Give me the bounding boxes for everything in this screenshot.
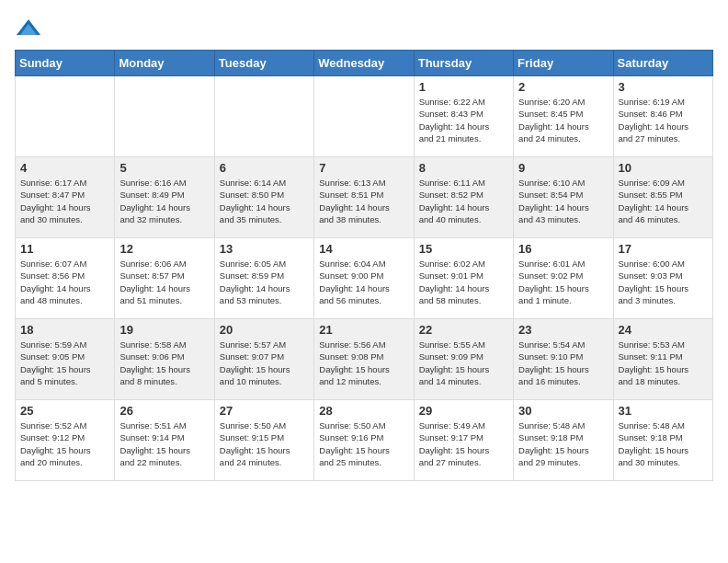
calendar-cell	[314, 76, 414, 157]
day-info: Sunrise: 6:16 AM Sunset: 8:49 PM Dayligh…	[119, 177, 209, 225]
day-info: Sunrise: 5:48 AM Sunset: 9:18 PM Dayligh…	[619, 419, 708, 468]
calendar-week-row: 18Sunrise: 5:59 AM Sunset: 9:05 PM Dayli…	[16, 319, 713, 400]
weekday-header-monday: Monday	[115, 51, 214, 76]
logo-icon	[15, 15, 42, 42]
weekday-header-saturday: Saturday	[613, 51, 712, 76]
day-number: 27	[220, 404, 309, 418]
day-info: Sunrise: 6:20 AM Sunset: 8:45 PM Dayligh…	[518, 96, 608, 144]
calendar-week-row: 25Sunrise: 5:52 AM Sunset: 9:12 PM Dayli…	[16, 400, 713, 481]
day-info: Sunrise: 6:05 AM Sunset: 8:59 PM Dayligh…	[220, 258, 309, 306]
calendar-cell: 27Sunrise: 5:50 AM Sunset: 9:15 PM Dayli…	[214, 400, 313, 481]
day-number: 3	[619, 80, 708, 94]
day-number: 13	[220, 242, 309, 256]
day-number: 15	[419, 242, 508, 256]
day-number: 9	[518, 161, 608, 175]
calendar-cell: 28Sunrise: 5:50 AM Sunset: 9:16 PM Dayli…	[314, 400, 414, 481]
calendar-cell: 14Sunrise: 6:04 AM Sunset: 9:00 PM Dayli…	[314, 238, 414, 319]
calendar-cell	[115, 76, 214, 157]
day-info: Sunrise: 6:14 AM Sunset: 8:50 PM Dayligh…	[220, 177, 309, 225]
calendar-cell: 8Sunrise: 6:11 AM Sunset: 8:52 PM Daylig…	[414, 157, 513, 238]
weekday-header-friday: Friday	[514, 51, 613, 76]
calendar-cell: 30Sunrise: 5:48 AM Sunset: 9:18 PM Dayli…	[514, 400, 613, 481]
day-number: 8	[419, 161, 508, 175]
day-info: Sunrise: 5:48 AM Sunset: 9:18 PM Dayligh…	[518, 419, 608, 468]
day-info: Sunrise: 6:19 AM Sunset: 8:46 PM Dayligh…	[619, 96, 708, 144]
day-info: Sunrise: 5:57 AM Sunset: 9:07 PM Dayligh…	[220, 339, 309, 387]
calendar-cell: 19Sunrise: 5:58 AM Sunset: 9:06 PM Dayli…	[115, 319, 214, 400]
calendar-week-row: 4Sunrise: 6:17 AM Sunset: 8:47 PM Daylig…	[16, 157, 713, 238]
calendar-table: SundayMondayTuesdayWednesdayThursdayFrid…	[15, 50, 713, 481]
calendar-cell: 4Sunrise: 6:17 AM Sunset: 8:47 PM Daylig…	[16, 157, 115, 238]
day-info: Sunrise: 6:06 AM Sunset: 8:57 PM Dayligh…	[119, 258, 209, 306]
day-number: 14	[319, 242, 408, 256]
day-number: 23	[518, 323, 608, 337]
day-info: Sunrise: 5:56 AM Sunset: 9:08 PM Dayligh…	[319, 339, 408, 387]
day-number: 5	[119, 161, 209, 175]
day-info: Sunrise: 5:59 AM Sunset: 9:05 PM Dayligh…	[20, 339, 109, 387]
day-info: Sunrise: 5:53 AM Sunset: 9:11 PM Dayligh…	[619, 339, 708, 387]
day-number: 24	[619, 323, 708, 337]
day-number: 12	[119, 242, 209, 256]
day-number: 6	[220, 161, 309, 175]
calendar-cell: 16Sunrise: 6:01 AM Sunset: 9:02 PM Dayli…	[514, 238, 613, 319]
calendar-cell: 2Sunrise: 6:20 AM Sunset: 8:45 PM Daylig…	[514, 76, 613, 157]
day-number: 19	[119, 323, 209, 337]
day-info: Sunrise: 5:55 AM Sunset: 9:09 PM Dayligh…	[419, 339, 508, 387]
day-number: 1	[419, 80, 508, 94]
day-number: 7	[319, 161, 408, 175]
weekday-header-wednesday: Wednesday	[314, 51, 414, 76]
weekday-header-row: SundayMondayTuesdayWednesdayThursdayFrid…	[16, 51, 713, 76]
calendar-cell	[214, 76, 313, 157]
calendar-cell: 21Sunrise: 5:56 AM Sunset: 9:08 PM Dayli…	[314, 319, 414, 400]
logo	[15, 15, 46, 42]
calendar-cell: 6Sunrise: 6:14 AM Sunset: 8:50 PM Daylig…	[214, 157, 313, 238]
calendar-cell: 25Sunrise: 5:52 AM Sunset: 9:12 PM Dayli…	[16, 400, 115, 481]
day-info: Sunrise: 6:09 AM Sunset: 8:55 PM Dayligh…	[619, 177, 708, 225]
day-number: 26	[119, 404, 209, 418]
day-info: Sunrise: 5:50 AM Sunset: 9:15 PM Dayligh…	[220, 419, 309, 468]
calendar-cell: 7Sunrise: 6:13 AM Sunset: 8:51 PM Daylig…	[314, 157, 414, 238]
day-number: 31	[619, 404, 708, 418]
day-info: Sunrise: 5:58 AM Sunset: 9:06 PM Dayligh…	[119, 339, 209, 387]
calendar-week-row: 11Sunrise: 6:07 AM Sunset: 8:56 PM Dayli…	[16, 238, 713, 319]
day-number: 10	[619, 161, 708, 175]
day-number: 4	[20, 161, 109, 175]
calendar-cell: 24Sunrise: 5:53 AM Sunset: 9:11 PM Dayli…	[613, 319, 712, 400]
day-info: Sunrise: 6:13 AM Sunset: 8:51 PM Dayligh…	[319, 177, 408, 225]
weekday-header-sunday: Sunday	[16, 51, 115, 76]
calendar-cell: 22Sunrise: 5:55 AM Sunset: 9:09 PM Dayli…	[414, 319, 513, 400]
day-number: 2	[518, 80, 608, 94]
calendar-cell: 10Sunrise: 6:09 AM Sunset: 8:55 PM Dayli…	[613, 157, 712, 238]
day-number: 21	[319, 323, 408, 337]
calendar-cell: 18Sunrise: 5:59 AM Sunset: 9:05 PM Dayli…	[16, 319, 115, 400]
day-info: Sunrise: 5:50 AM Sunset: 9:16 PM Dayligh…	[319, 419, 408, 468]
day-number: 30	[518, 404, 608, 418]
day-number: 28	[319, 404, 408, 418]
calendar-cell: 23Sunrise: 5:54 AM Sunset: 9:10 PM Dayli…	[514, 319, 613, 400]
day-info: Sunrise: 6:17 AM Sunset: 8:47 PM Dayligh…	[20, 177, 109, 225]
day-number: 25	[20, 404, 109, 418]
calendar-cell: 31Sunrise: 5:48 AM Sunset: 9:18 PM Dayli…	[613, 400, 712, 481]
day-number: 29	[419, 404, 508, 418]
day-info: Sunrise: 6:10 AM Sunset: 8:54 PM Dayligh…	[518, 177, 608, 225]
calendar-cell: 12Sunrise: 6:06 AM Sunset: 8:57 PM Dayli…	[115, 238, 214, 319]
day-info: Sunrise: 5:51 AM Sunset: 9:14 PM Dayligh…	[119, 419, 209, 468]
day-number: 16	[518, 242, 608, 256]
calendar-cell	[16, 76, 115, 157]
calendar-cell: 9Sunrise: 6:10 AM Sunset: 8:54 PM Daylig…	[514, 157, 613, 238]
calendar-cell: 11Sunrise: 6:07 AM Sunset: 8:56 PM Dayli…	[16, 238, 115, 319]
day-info: Sunrise: 5:52 AM Sunset: 9:12 PM Dayligh…	[20, 419, 109, 468]
weekday-header-tuesday: Tuesday	[214, 51, 313, 76]
day-info: Sunrise: 6:00 AM Sunset: 9:03 PM Dayligh…	[619, 258, 708, 306]
day-info: Sunrise: 6:22 AM Sunset: 8:43 PM Dayligh…	[419, 96, 508, 144]
day-info: Sunrise: 5:54 AM Sunset: 9:10 PM Dayligh…	[518, 339, 608, 387]
weekday-header-thursday: Thursday	[414, 51, 513, 76]
calendar-cell: 3Sunrise: 6:19 AM Sunset: 8:46 PM Daylig…	[613, 76, 712, 157]
day-info: Sunrise: 6:04 AM Sunset: 9:00 PM Dayligh…	[319, 258, 408, 306]
day-info: Sunrise: 6:02 AM Sunset: 9:01 PM Dayligh…	[419, 258, 508, 306]
day-number: 18	[20, 323, 109, 337]
calendar-cell: 26Sunrise: 5:51 AM Sunset: 9:14 PM Dayli…	[115, 400, 214, 481]
calendar-cell: 29Sunrise: 5:49 AM Sunset: 9:17 PM Dayli…	[414, 400, 513, 481]
day-info: Sunrise: 6:07 AM Sunset: 8:56 PM Dayligh…	[20, 258, 109, 306]
day-info: Sunrise: 6:11 AM Sunset: 8:52 PM Dayligh…	[419, 177, 508, 225]
